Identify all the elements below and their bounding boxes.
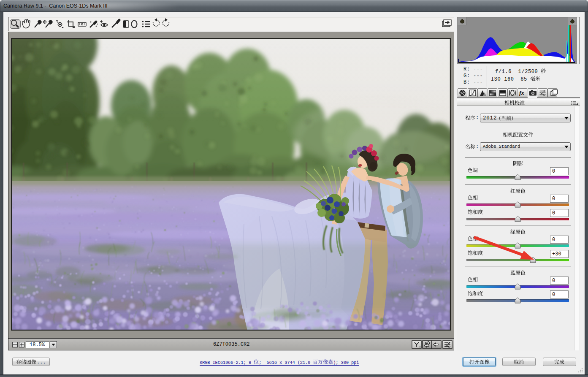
svg-text:fx: fx [519,90,524,96]
